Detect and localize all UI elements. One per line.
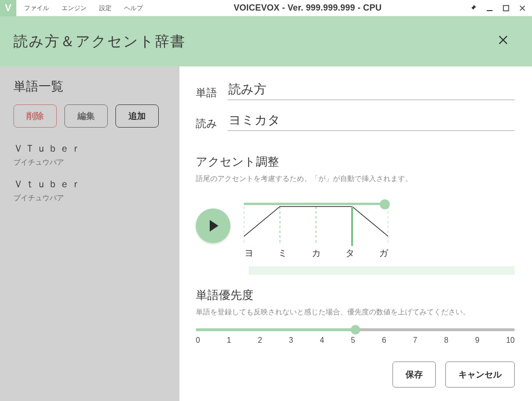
- priority-tick: 9: [475, 336, 480, 345]
- word-surface: Ｖｔｕｂｅｒ: [13, 178, 166, 191]
- window-title: VOICEVOX - Ver. 999.999.999 - CPU: [234, 3, 382, 13]
- accent-scrollbar[interactable]: [249, 266, 515, 275]
- word-list-item[interactable]: Ｖｔｕｂｅｒ ブイチュウバア: [13, 178, 166, 203]
- cancel-button[interactable]: キャンセル: [445, 362, 515, 388]
- priority-tick: 5: [351, 336, 355, 345]
- editor-panel: 単語 読み アクセント調整 語尾のアクセントを考慮するため、「が」が自動で挿入さ…: [179, 66, 532, 401]
- priority-slider[interactable]: [196, 328, 515, 331]
- mora-label: カ: [311, 247, 321, 259]
- priority-tick: 0: [196, 336, 200, 345]
- mora-label: ヨ: [244, 247, 253, 259]
- priority-ticks: 012345678910: [196, 336, 515, 345]
- edit-button[interactable]: 編集: [64, 104, 108, 128]
- dialog-title: 読み方＆アクセント辞書: [13, 32, 186, 52]
- dialog-header: 読み方＆アクセント辞書: [0, 16, 532, 66]
- menu-items: ファイル エンジン 設定 ヘルプ: [18, 1, 149, 15]
- play-button[interactable]: [196, 208, 230, 243]
- app-logo: V: [0, 0, 16, 16]
- menu-file[interactable]: ファイル: [18, 1, 55, 15]
- word-list-panel: 単語一覧 削除 編集 追加 ＶＴｕｂｅｒ ブイチュウバア Ｖｔｕｂｅｒ ブイチュ…: [0, 66, 179, 401]
- reading-input[interactable]: [228, 111, 515, 131]
- priority-fill: [196, 328, 355, 331]
- priority-thumb[interactable]: [351, 325, 360, 335]
- priority-hint: 単語を登録しても反映されないと感じた場合、優先度の数値を上げてみてください。: [196, 308, 515, 317]
- word-reading: ブイチュウバア: [13, 158, 166, 167]
- priority-tick: 3: [289, 336, 293, 345]
- reading-label: 読み: [196, 116, 228, 131]
- surface-input[interactable]: [228, 80, 515, 100]
- priority-tick: 10: [506, 336, 515, 345]
- accent-hint: 語尾のアクセントを考慮するため、「が」が自動で挿入されます。: [196, 174, 515, 183]
- priority-tick: 8: [444, 336, 448, 345]
- word-surface: ＶＴｕｂｅｒ: [13, 142, 166, 155]
- add-button[interactable]: 追加: [115, 104, 159, 128]
- accent-heading: アクセント調整: [196, 154, 515, 169]
- word-reading: ブイチュウバア: [13, 194, 166, 203]
- mora-label: タ: [345, 247, 355, 259]
- priority-heading: 単語優先度: [196, 287, 515, 303]
- play-icon: [210, 220, 218, 232]
- maximize-icon[interactable]: [499, 1, 513, 15]
- pin-icon[interactable]: [467, 1, 480, 15]
- menubar: V ファイル エンジン 設定 ヘルプ VOICEVOX - Ver. 999.9…: [0, 0, 532, 16]
- menu-settings[interactable]: 設定: [93, 1, 117, 15]
- svg-rect-1: [504, 5, 509, 11]
- window-close-icon[interactable]: [516, 1, 529, 15]
- priority-tick: 4: [320, 336, 324, 345]
- accent-graph[interactable]: ヨミカタガ: [244, 192, 388, 259]
- menu-help[interactable]: ヘルプ: [118, 1, 149, 15]
- svg-rect-0: [487, 10, 493, 11]
- priority-tick: 7: [413, 336, 418, 345]
- minimize-icon[interactable]: [483, 1, 496, 15]
- delete-button[interactable]: 削除: [13, 104, 57, 128]
- priority-tick: 1: [227, 336, 231, 345]
- surface-label: 単語: [196, 86, 228, 100]
- menu-engine[interactable]: エンジン: [56, 1, 92, 15]
- priority-tick: 2: [258, 336, 262, 345]
- mora-label: ミ: [278, 247, 287, 259]
- close-icon[interactable]: [497, 34, 509, 49]
- word-list-heading: 単語一覧: [13, 78, 166, 95]
- save-button[interactable]: 保存: [393, 362, 436, 388]
- word-list-item[interactable]: ＶＴｕｂｅｒ ブイチュウバア: [13, 142, 166, 167]
- priority-tick: 6: [382, 336, 386, 345]
- mora-label: ガ: [379, 247, 388, 259]
